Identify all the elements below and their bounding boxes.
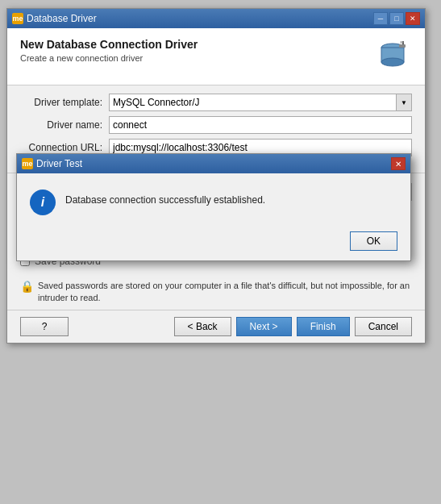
driver-name-label: Driver name:	[20, 119, 109, 131]
driver-template-select-wrapper: MySQL Connector/J ▼	[109, 94, 412, 111]
minimize-button[interactable]: ─	[373, 12, 388, 25]
title-bar-left: me Database Driver	[12, 13, 97, 24]
main-title-bar: me Database Driver ─ □ ✕	[7, 9, 425, 28]
database-icon	[373, 38, 412, 77]
help-button[interactable]: ?	[20, 317, 69, 336]
driver-template-label: Driver template:	[20, 97, 109, 108]
header-subtext: Create a new connection driver	[20, 53, 198, 63]
maximize-button[interactable]: □	[389, 12, 404, 25]
bottom-right-buttons: < Back Next > Finish Cancel	[174, 317, 412, 336]
driver-template-row: Driver template: MySQL Connector/J ▼	[20, 94, 412, 111]
driver-test-dialog: me Driver Test ✕ i Database connection s…	[16, 153, 411, 261]
dialog-close-button[interactable]: ✕	[391, 157, 406, 170]
next-button[interactable]: Next >	[236, 317, 292, 336]
connection-url-label: Connection URL:	[20, 142, 109, 153]
warning-text: Saved passwords are stored on your compu…	[38, 280, 412, 305]
info-icon: i	[30, 190, 56, 215]
driver-template-select[interactable]: MySQL Connector/J	[109, 94, 412, 111]
main-window-icon: me	[12, 13, 23, 24]
driver-name-row: Driver name:	[20, 116, 412, 134]
back-button[interactable]: < Back	[174, 317, 231, 336]
dialog-title-left: me Driver Test	[22, 158, 82, 169]
dialog-title-text: Driver Test	[36, 158, 82, 169]
dialog-footer: OK	[17, 227, 410, 260]
ok-button[interactable]: OK	[350, 231, 397, 251]
finish-button[interactable]: Finish	[297, 317, 350, 336]
dialog-body: i Database connection successfully estab…	[17, 173, 410, 227]
main-window-title: Database Driver	[27, 13, 97, 24]
bottom-bar: ? < Back Next > Finish Cancel	[7, 310, 425, 343]
svg-point-2	[381, 58, 404, 66]
cancel-button[interactable]: Cancel	[355, 317, 412, 336]
svg-rect-5	[401, 41, 401, 44]
window-header: New Database Connection Driver Create a …	[7, 28, 425, 85]
svg-rect-6	[403, 41, 404, 44]
dialog-title-bar: me Driver Test ✕	[17, 154, 410, 173]
dialog-message: Database connection successfully establi…	[65, 190, 265, 206]
header-heading: New Database Connection Driver	[20, 38, 198, 51]
warning-box: 🔒 Saved passwords are stored on your com…	[7, 275, 425, 310]
title-buttons: ─ □ ✕	[373, 12, 420, 25]
warning-icon: 🔒	[20, 280, 33, 293]
svg-rect-3	[399, 44, 406, 48]
dialog-window-icon: me	[22, 158, 33, 169]
close-button[interactable]: ✕	[406, 12, 420, 25]
header-text: New Database Connection Driver Create a …	[20, 38, 198, 63]
driver-name-input[interactable]	[109, 116, 412, 134]
